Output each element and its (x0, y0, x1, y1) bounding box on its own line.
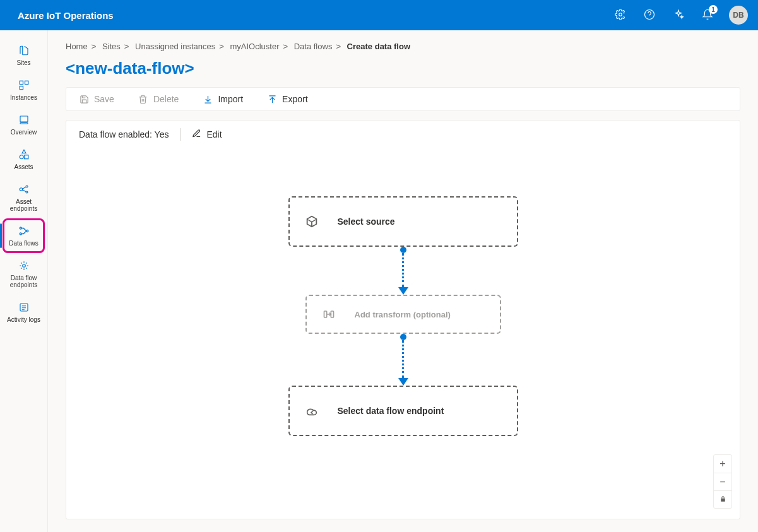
data-flows-icon (18, 225, 30, 237)
toolbar: Save Delete Import Export (66, 87, 740, 111)
help-icon (644, 9, 655, 22)
app-header: Azure IoT Operations 1 DB (0, 0, 758, 30)
divider (180, 128, 181, 141)
save-label: Save (94, 94, 114, 104)
gear-icon (615, 9, 626, 22)
sidebar-item-overview[interactable]: Overview (4, 109, 44, 141)
svg-point-0 (619, 13, 622, 16)
connector-line (402, 253, 404, 287)
main-content: Home> Sites> Unassigned instances> myAIO… (48, 30, 758, 532)
sidebar-item-label: Activity logs (7, 316, 40, 323)
edit-icon (192, 129, 201, 140)
node-label: Select source (338, 216, 395, 227)
svg-point-8 (20, 155, 23, 159)
feedback-button[interactable] (666, 3, 691, 28)
edit-button[interactable]: Edit (192, 129, 222, 140)
svg-rect-24 (721, 498, 725, 501)
sidebar-item-label: Sites (16, 59, 30, 66)
svg-point-12 (26, 191, 28, 193)
page-title: <new-data-flow> (66, 59, 740, 78)
breadcrumb-link[interactable]: myAIOcluster (230, 42, 279, 51)
save-button: Save (79, 94, 114, 104)
svg-rect-3 (20, 81, 23, 84)
sidebar-item-sites[interactable]: Sites (4, 39, 44, 71)
asset-endpoints-icon (18, 183, 30, 196)
avatar[interactable]: DB (729, 6, 748, 25)
node-label: Add transform (optional) (355, 310, 451, 319)
breadcrumb-link[interactable]: Sites (102, 42, 121, 51)
endpoint-icon (305, 404, 319, 418)
flow-canvas[interactable]: Select source Add transform (optional) (66, 147, 740, 519)
breadcrumb-link[interactable]: Data flows (294, 42, 333, 51)
zoom-fit-button[interactable] (714, 490, 731, 508)
svg-rect-5 (20, 86, 23, 90)
svg-rect-9 (24, 155, 28, 159)
svg-point-15 (26, 230, 28, 232)
select-endpoint-node[interactable]: Select data flow endpoint (288, 386, 518, 436)
header-actions: 1 DB (608, 3, 748, 28)
select-source-node[interactable]: Select source (288, 196, 518, 247)
zoom-in-button[interactable]: + (714, 455, 731, 473)
arrow-connector (398, 334, 408, 386)
import-icon (203, 94, 213, 104)
sidebar-item-data-flow-endpoints[interactable]: Data flow endpoints (4, 254, 44, 293)
svg-point-1 (645, 9, 654, 19)
activity-logs-icon (18, 301, 30, 314)
svg-rect-22 (324, 311, 326, 317)
sidebar-item-data-flows[interactable]: Data flows (4, 220, 44, 252)
sites-icon (18, 44, 30, 57)
svg-rect-6 (20, 116, 28, 122)
connector-line (402, 340, 404, 378)
add-transform-node[interactable]: Add transform (optional) (305, 295, 501, 334)
node-label: Select data flow endpoint (338, 406, 444, 416)
data-flow-endpoints-icon (18, 259, 30, 272)
zoom-controls: + − (713, 454, 732, 509)
breadcrumb-link[interactable]: Unassigned instances (135, 42, 215, 51)
instances-icon (18, 79, 30, 92)
settings-button[interactable] (608, 3, 633, 28)
svg-point-11 (26, 186, 28, 187)
svg-point-14 (20, 233, 21, 235)
sidebar: Sites Instances Overview Assets Asset en… (0, 30, 48, 532)
edit-label: Edit (206, 129, 222, 139)
export-label: Export (282, 94, 307, 104)
zoom-out-button[interactable]: − (714, 473, 731, 490)
overview-icon (18, 114, 30, 126)
breadcrumb: Home> Sites> Unassigned instances> myAIO… (66, 42, 740, 51)
sidebar-item-asset-endpoints[interactable]: Asset endpoints (4, 178, 44, 217)
svg-point-10 (20, 188, 23, 191)
svg-rect-7 (20, 123, 28, 124)
connector-dot (400, 334, 406, 340)
sidebar-item-activity-logs[interactable]: Activity logs (4, 296, 44, 328)
sparkle-icon (673, 9, 684, 22)
export-button[interactable]: Export (267, 94, 307, 104)
trash-icon (138, 94, 148, 104)
breadcrumb-link[interactable]: Home (66, 42, 88, 51)
svg-rect-4 (25, 81, 28, 84)
export-icon (267, 94, 277, 104)
status-bar: Data flow enabled: Yes Edit (66, 120, 740, 149)
sidebar-item-assets[interactable]: Assets (4, 143, 44, 175)
lock-icon (719, 494, 727, 505)
help-button[interactable] (637, 3, 662, 28)
arrowhead-icon (398, 287, 408, 295)
sidebar-item-instances[interactable]: Instances (4, 74, 44, 106)
connector-dot (400, 247, 406, 253)
sidebar-item-label: Assets (14, 163, 33, 170)
import-label: Import (218, 94, 243, 104)
canvas-area: Select source Add transform (optional) (66, 147, 740, 519)
svg-point-13 (20, 227, 21, 229)
sidebar-item-label: Instances (10, 94, 37, 101)
delete-label: Delete (153, 94, 179, 104)
cube-icon (305, 215, 319, 228)
delete-button: Delete (138, 94, 179, 104)
sidebar-item-label: Overview (11, 129, 37, 136)
notifications-button[interactable]: 1 (695, 3, 720, 28)
arrow-connector (398, 247, 408, 295)
arrowhead-icon (398, 378, 408, 386)
import-button[interactable]: Import (203, 94, 243, 104)
sidebar-item-label: Data flows (9, 240, 38, 247)
breadcrumb-current: Create data flow (347, 42, 410, 51)
transform-icon (322, 307, 336, 321)
save-icon (79, 94, 89, 104)
